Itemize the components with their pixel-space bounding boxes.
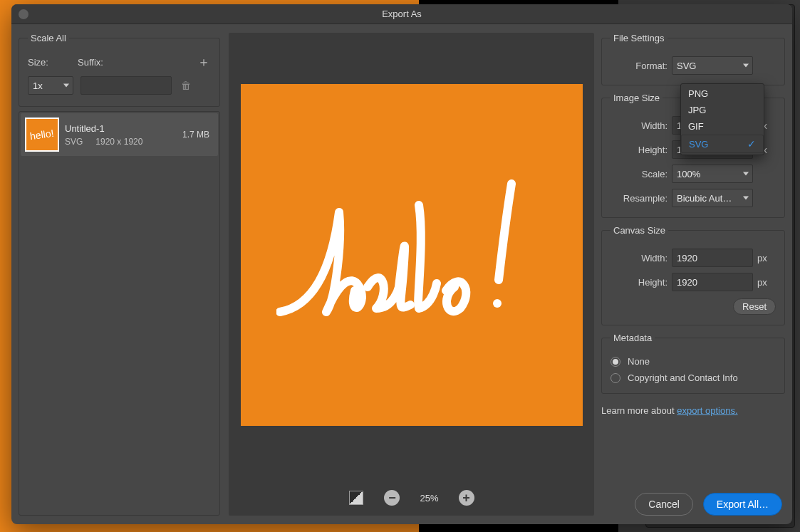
cancel-button[interactable]: Cancel (635, 493, 693, 516)
format-option-gif[interactable]: GIF (681, 118, 764, 135)
format-option-jpg[interactable]: JPG (681, 102, 764, 118)
asset-thumbnail: hello! (25, 118, 59, 152)
learn-more: Learn more about export options. (601, 405, 785, 416)
asset-filesize: 1.7 MB (182, 130, 214, 140)
image-height-label: Height: (611, 145, 667, 155)
suffix-label: Suffix: (78, 57, 189, 68)
radio-icon (611, 373, 620, 383)
dialog-title: Export As (382, 9, 422, 19)
canvas-size-group: Canvas Size Width: px Height: px Reset (601, 225, 785, 325)
asset-list: hello! Untitled-1 SVG 1920 x 1920 1.7 MB (19, 111, 220, 516)
canvas-width-input[interactable] (672, 249, 753, 267)
zoom-bar: − 25% + (229, 490, 594, 506)
dialog-titlebar: Export As (11, 4, 792, 24)
canvas-height-label: Height: (611, 277, 667, 288)
metadata-group: Metadata None Copyright and Contact Info (601, 333, 785, 394)
asset-dimensions: 1920 x 1920 (95, 137, 142, 147)
image-size-legend: Image Size (611, 93, 663, 103)
file-settings-group: File Settings Format: SVG (601, 33, 785, 85)
window-close-icon[interactable] (19, 9, 28, 19)
asset-item[interactable]: hello! Untitled-1 SVG 1920 x 1920 1.7 MB (21, 113, 218, 156)
scale-label: Scale: (611, 169, 667, 179)
delete-size-icon[interactable]: 🗑 (179, 80, 193, 91)
export-options-link[interactable]: export options. (677, 405, 737, 416)
canvas-size-legend: Canvas Size (611, 225, 668, 236)
svg-point-0 (493, 299, 502, 308)
dialog-footer: Cancel Export All… (635, 493, 782, 516)
metadata-none-label: None (628, 356, 650, 367)
preview-canvas (241, 84, 583, 426)
file-settings-legend: File Settings (611, 33, 667, 43)
export-as-dialog: Export As Scale All Size: Suffix: ＋ 1x (11, 4, 792, 524)
radio-icon (611, 357, 620, 367)
format-label: Format: (611, 61, 667, 71)
metadata-legend: Metadata (611, 333, 655, 343)
preview-panel: − 25% + (229, 33, 594, 516)
image-width-label: Width: (611, 120, 667, 131)
suffix-input[interactable] (80, 76, 172, 95)
metadata-copyright-label: Copyright and Contact Info (628, 372, 738, 383)
scale-all-legend: Scale All (28, 33, 69, 43)
zoom-percent: 25% (420, 493, 438, 504)
asset-name: Untitled-1 (65, 123, 177, 134)
size-label: Size: (28, 57, 71, 68)
left-column: Scale All Size: Suffix: ＋ 1x 🗑 (11, 24, 224, 524)
format-option-svg[interactable]: SVG ✓ (681, 135, 764, 153)
toggle-background-icon[interactable] (348, 490, 364, 506)
format-dropdown: PNG JPG GIF SVG ✓ (680, 83, 764, 155)
resample-select[interactable]: Bicubic Aut… (672, 189, 753, 207)
reset-button[interactable]: Reset (733, 298, 776, 315)
hello-artwork (276, 162, 547, 348)
canvas-width-label: Width: (611, 253, 667, 264)
size-select[interactable]: 1x (28, 76, 73, 95)
zoom-in-button[interactable]: + (459, 490, 474, 506)
format-option-png[interactable]: PNG (681, 85, 764, 102)
metadata-copyright-option[interactable]: Copyright and Contact Info (611, 372, 776, 383)
format-select[interactable]: SVG (672, 56, 753, 75)
scale-all-group: Scale All Size: Suffix: ＋ 1x 🗑 (19, 33, 220, 107)
export-all-button[interactable]: Export All… (703, 493, 782, 516)
zoom-out-button[interactable]: − (384, 490, 400, 506)
metadata-none-option[interactable]: None (611, 356, 776, 367)
asset-format: SVG (65, 137, 83, 147)
check-icon: ✓ (747, 138, 756, 150)
canvas-height-input[interactable] (672, 273, 753, 291)
unit-px: px (757, 277, 772, 288)
scale-select[interactable]: 100% (672, 165, 753, 183)
learn-prefix: Learn more about (601, 405, 677, 416)
unit-px: px (757, 253, 772, 264)
resample-label: Resample: (611, 193, 667, 204)
add-size-button[interactable]: ＋ (197, 53, 211, 71)
